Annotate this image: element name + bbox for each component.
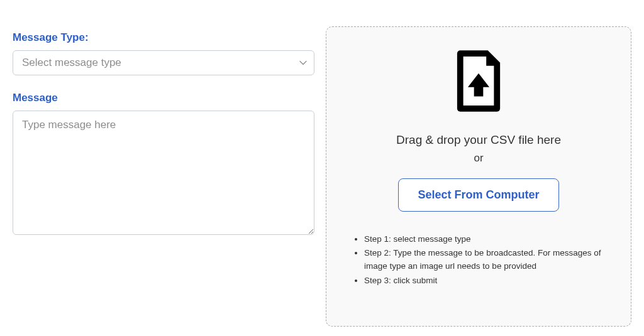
message-textarea[interactable] [13, 111, 314, 235]
upload-column: Drag & drop your CSV file here or Select… [326, 13, 631, 323]
message-type-label: Message Type: [13, 31, 314, 44]
instruction-steps: Step 1: select message type Step 2: Type… [344, 233, 613, 290]
step-item: Step 2: Type the message to be broadcast… [364, 247, 613, 273]
select-from-computer-button[interactable]: Select From Computer [398, 178, 558, 212]
message-type-select-wrap: Select message type [13, 50, 314, 75]
step-item: Step 1: select message type [364, 233, 613, 246]
message-label: Message [13, 92, 314, 104]
message-type-placeholder: Select message type [22, 57, 121, 68]
message-type-select[interactable]: Select message type [13, 50, 314, 75]
form-column: Message Type: Select message type Messag… [13, 13, 314, 323]
drop-instruction-text: Drag & drop your CSV file here [396, 131, 561, 149]
file-upload-icon [454, 50, 503, 112]
csv-dropzone[interactable]: Drag & drop your CSV file here or Select… [326, 26, 631, 327]
step-item: Step 3: click submit [364, 274, 613, 288]
drop-or-text: or [474, 152, 483, 165]
